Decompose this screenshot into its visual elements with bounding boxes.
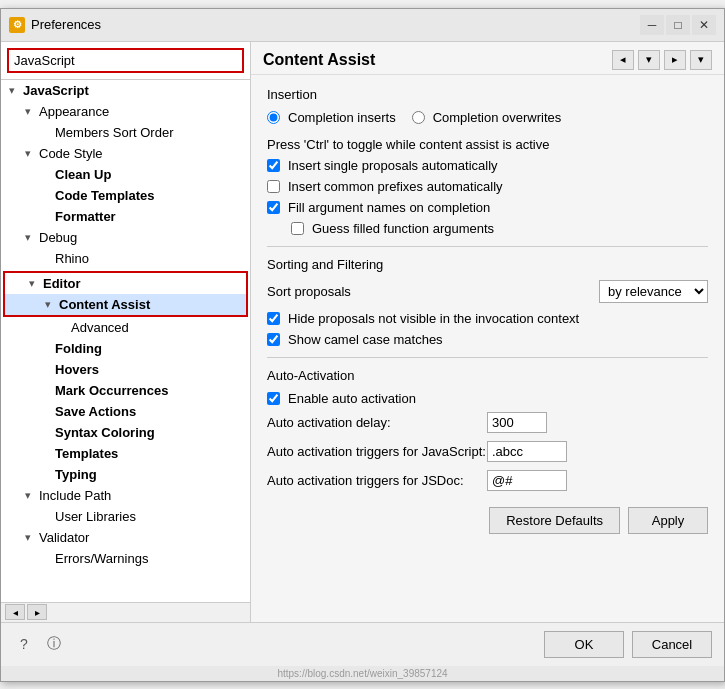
checkbox-fill-argument[interactable]	[267, 201, 280, 214]
checkbox-enable-auto[interactable]	[267, 392, 280, 405]
nav-dropdown-button[interactable]: ▾	[638, 50, 660, 70]
checkbox-show-camel[interactable]	[267, 333, 280, 346]
app-icon: ⚙	[9, 17, 25, 33]
tree-item-errors-warnings[interactable]: Errors/Warnings	[1, 548, 250, 569]
sorting-section: Sorting and Filtering Sort proposals by …	[267, 257, 708, 347]
tree-item-formatter[interactable]: Formatter	[1, 206, 250, 227]
tree-label-content-assist: Content Assist	[59, 297, 150, 312]
delay-row: Auto activation delay:	[267, 412, 708, 433]
editor-group-highlight: Editor Content Assist	[3, 271, 248, 317]
radio-overwrites-label[interactable]: Completion overwrites	[412, 110, 562, 125]
nav-back-button[interactable]: ◂	[5, 604, 25, 620]
checkbox-single-proposals[interactable]	[267, 159, 280, 172]
search-box	[1, 42, 250, 80]
radio-inserts-label[interactable]: Completion inserts	[267, 110, 396, 125]
tree-item-debug[interactable]: Debug	[1, 227, 250, 248]
tree-label-validator: Validator	[39, 530, 89, 545]
arrow-validator	[25, 531, 39, 544]
tree-item-clean-up[interactable]: Clean Up	[1, 164, 250, 185]
tree-label-save-actions: Save Actions	[55, 404, 136, 419]
tree-item-code-templates[interactable]: Code Templates	[1, 185, 250, 206]
tree-item-content-assist[interactable]: Content Assist	[5, 294, 246, 315]
tree-item-validator[interactable]: Validator	[1, 527, 250, 548]
tree-item-include-path[interactable]: Include Path	[1, 485, 250, 506]
bottom-right-buttons: OK Cancel	[544, 631, 712, 658]
checkbox-guess-filled[interactable]	[291, 222, 304, 235]
radio-completion-overwrites[interactable]	[412, 111, 425, 124]
delay-input[interactable]	[487, 412, 547, 433]
tree-label-mark-occurrences: Mark Occurrences	[55, 383, 168, 398]
checkbox-fill-argument-label: Fill argument names on completion	[288, 200, 490, 215]
checkbox-show-camel-label: Show camel case matches	[288, 332, 443, 347]
minimize-button[interactable]: ─	[640, 15, 664, 35]
nav-forward-button[interactable]: ▸	[27, 604, 47, 620]
tree-item-members-sort[interactable]: Members Sort Order	[1, 122, 250, 143]
right-content: Insertion Completion inserts Completion …	[251, 75, 724, 622]
cancel-button[interactable]: Cancel	[632, 631, 712, 658]
tree-label-debug: Debug	[39, 230, 77, 245]
tree-item-typing[interactable]: Typing	[1, 464, 250, 485]
tree-item-hovers[interactable]: Hovers	[1, 359, 250, 380]
maximize-button[interactable]: □	[666, 15, 690, 35]
triggers-js-row: Auto activation triggers for JavaScript:	[267, 441, 708, 462]
arrow-include-path	[25, 489, 39, 502]
checkbox-hide-proposals-label: Hide proposals not visible in the invoca…	[288, 311, 579, 326]
tree-item-syntax-coloring[interactable]: Syntax Coloring	[1, 422, 250, 443]
triggers-jsdoc-row: Auto activation triggers for JSDoc:	[267, 470, 708, 491]
arrow-editor	[29, 277, 43, 290]
tree-area: JavaScript Appearance Members Sort Order	[1, 80, 250, 602]
info-icon[interactable]: ⓘ	[43, 633, 65, 655]
tree-label-templates: Templates	[55, 446, 118, 461]
ok-button[interactable]: OK	[544, 631, 624, 658]
tree-item-save-actions[interactable]: Save Actions	[1, 401, 250, 422]
arrow-javascript	[9, 84, 23, 97]
tree-item-editor[interactable]: Editor	[5, 273, 246, 294]
insertion-label: Insertion	[267, 87, 708, 102]
tree-item-javascript[interactable]: JavaScript	[1, 80, 250, 101]
checkbox-enable-auto-row: Enable auto activation	[267, 391, 708, 406]
sort-proposals-row: Sort proposals by relevance alphabetical…	[267, 280, 708, 303]
auto-activation-label: Auto-Activation	[267, 368, 708, 383]
checkbox-common-prefixes[interactable]	[267, 180, 280, 193]
nav-next-button[interactable]: ▸	[664, 50, 686, 70]
triggers-js-input[interactable]	[487, 441, 567, 462]
radio-completion-inserts[interactable]	[267, 111, 280, 124]
sort-proposals-label: Sort proposals	[267, 284, 351, 299]
tree-label-editor: Editor	[43, 276, 81, 291]
restore-apply-row: Restore Defaults Apply	[267, 507, 708, 534]
content-area: JavaScript Appearance Members Sort Order	[1, 42, 724, 622]
tree-item-rhino[interactable]: Rhino	[1, 248, 250, 269]
tree-label-advanced: Advanced	[71, 320, 129, 335]
checkbox-single-proposals-label: Insert single proposals automatically	[288, 158, 498, 173]
restore-defaults-button[interactable]: Restore Defaults	[489, 507, 620, 534]
apply-button[interactable]: Apply	[628, 507, 708, 534]
bottom-left-icons: ? ⓘ	[13, 633, 65, 655]
tree-item-folding[interactable]: Folding	[1, 338, 250, 359]
tree-item-appearance[interactable]: Appearance	[1, 101, 250, 122]
close-button[interactable]: ✕	[692, 15, 716, 35]
triggers-jsdoc-input[interactable]	[487, 470, 567, 491]
divider-2	[267, 357, 708, 358]
checkbox-guess-filled-label: Guess filled function arguments	[312, 221, 494, 236]
tree-item-user-libraries[interactable]: User Libraries	[1, 506, 250, 527]
arrow-debug	[25, 231, 39, 244]
right-panel-title: Content Assist	[263, 51, 375, 69]
search-input[interactable]	[7, 48, 244, 73]
preferences-window: ⚙ Preferences ─ □ ✕ JavaScript	[0, 8, 725, 682]
sort-proposals-select[interactable]: by relevance alphabetically	[599, 280, 708, 303]
auto-activation-section: Auto-Activation Enable auto activation A…	[267, 368, 708, 491]
tree-item-advanced[interactable]: Advanced	[1, 317, 250, 338]
tree-item-mark-occurrences[interactable]: Mark Occurrences	[1, 380, 250, 401]
checkbox-hide-proposals[interactable]	[267, 312, 280, 325]
nav-next-dropdown-button[interactable]: ▾	[690, 50, 712, 70]
tree-item-code-style[interactable]: Code Style	[1, 143, 250, 164]
title-bar-left: ⚙ Preferences	[9, 17, 101, 33]
radio-overwrites-text: Completion overwrites	[433, 110, 562, 125]
tree-label-javascript: JavaScript	[23, 83, 89, 98]
sorting-label: Sorting and Filtering	[267, 257, 708, 272]
arrow-content-assist	[45, 298, 59, 311]
tree-label-code-templates: Code Templates	[55, 188, 154, 203]
help-icon[interactable]: ?	[13, 633, 35, 655]
nav-prev-button[interactable]: ◂	[612, 50, 634, 70]
tree-item-templates[interactable]: Templates	[1, 443, 250, 464]
